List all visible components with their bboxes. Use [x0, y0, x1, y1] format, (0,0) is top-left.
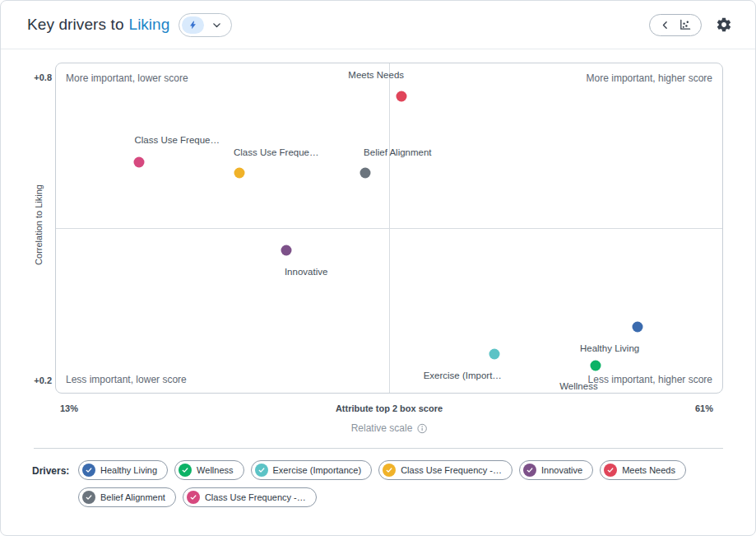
legend-chip-class-use-frequency[interactable]: Class Use Frequency -…	[378, 460, 513, 480]
legend-chip-label: Meets Needs	[622, 465, 675, 475]
quadrant-horizontal-divider	[56, 228, 722, 229]
driver-chips: Healthy LivingWellnessExercise (Importan…	[78, 460, 722, 507]
legend-chip-healthy-living[interactable]: Healthy Living	[78, 460, 168, 480]
header: Key drivers to Liking	[1, 1, 755, 49]
legend-chip-meets-needs[interactable]: Meets Needs	[600, 460, 686, 480]
quadrant-label-bottom-right: Less important, higher score	[588, 374, 712, 385]
y-axis-title: Correlation to Liking	[34, 184, 44, 265]
legend-chip-label: Class Use Frequency -…	[401, 465, 502, 475]
info-icon[interactable]	[416, 423, 427, 434]
metric-name: Liking	[129, 16, 170, 34]
chevron-down-icon	[211, 20, 222, 30]
drivers-legend: Drivers: Healthy LivingWellnessExercise …	[32, 460, 722, 507]
data-point-innovative[interactable]	[281, 245, 292, 255]
check-circle-icon	[82, 464, 95, 477]
check-circle-icon	[255, 464, 268, 477]
data-point-label-healthy-living: Healthy Living	[580, 343, 639, 353]
quadrant-label-top-right: More important, higher score	[587, 72, 712, 84]
x-axis-subtitle-text: Relative scale	[351, 422, 413, 434]
data-point-wellness[interactable]	[591, 360, 601, 371]
data-point-exercise-importance[interactable]	[489, 349, 500, 360]
data-point-label-meets-needs: Meets Needs	[348, 70, 404, 80]
header-toolbar	[649, 14, 732, 36]
legend-chip-label: Class Use Frequency -…	[205, 492, 306, 502]
check-circle-icon	[82, 491, 95, 504]
quadrant-label-top-left: More important, lower score	[66, 72, 188, 84]
legend-chip-innovative[interactable]: Innovative	[519, 460, 593, 480]
x-axis-min-label: 13%	[60, 403, 78, 413]
data-point-class-use-frequency-b[interactable]	[234, 168, 244, 179]
data-point-label-innovative: Innovative	[285, 267, 327, 277]
scatter-chart-icon	[679, 19, 691, 31]
key-drivers-card: Key drivers to Liking	[0, 0, 756, 536]
y-axis-tick-max: +0.8	[24, 72, 52, 82]
settings-gear-icon[interactable]	[716, 16, 732, 33]
legend-chip-belief-alignment[interactable]: Belief Alignment	[78, 487, 176, 507]
page-title: Key drivers to	[27, 16, 124, 34]
check-circle-icon	[187, 491, 200, 504]
legend-chip-label: Innovative	[541, 465, 582, 475]
drivers-label: Drivers:	[32, 465, 72, 477]
legend-chip-exercise-importance[interactable]: Exercise (Importance)	[251, 460, 373, 480]
x-axis-subtitle: Relative scale	[351, 422, 428, 434]
chevron-left-icon	[660, 20, 670, 30]
data-point-label-class-use-frequency-a: Class Use Freque…	[134, 135, 220, 145]
quadrant-label-bottom-left: Less important, lower score	[66, 374, 187, 385]
lightning-bolt-icon	[182, 16, 204, 34]
legend-chip-class-use-frequency[interactable]: Class Use Frequency -…	[183, 487, 317, 507]
title-group: Key drivers to Liking	[27, 13, 232, 37]
y-axis-tick-min: +0.2	[24, 375, 52, 385]
legend-chip-label: Belief Alignment	[100, 492, 165, 502]
check-circle-icon	[383, 464, 396, 477]
data-point-label-belief-alignment: Belief Alignment	[364, 147, 431, 157]
metric-selector-dropdown[interactable]	[179, 13, 232, 37]
plot-area: More important, lower score More importa…	[55, 63, 723, 394]
legend-chip-label: Wellness	[197, 465, 233, 475]
data-point-class-use-frequency-a[interactable]	[134, 157, 145, 168]
check-circle-icon	[523, 464, 536, 477]
legend-divider	[34, 448, 723, 449]
check-circle-icon	[604, 464, 617, 477]
x-axis-title: Attribute top 2 box score	[336, 403, 443, 413]
legend-chip-label: Exercise (Importance)	[273, 465, 362, 475]
data-point-healthy-living[interactable]	[633, 322, 643, 333]
legend-chip-wellness[interactable]: Wellness	[174, 460, 243, 480]
data-point-label-exercise-importance: Exercise (Import…	[424, 371, 502, 380]
legend-chip-label: Healthy Living	[100, 465, 157, 475]
x-axis-max-label: 61%	[695, 403, 713, 413]
data-point-label-wellness: Wellness	[559, 381, 597, 391]
data-point-label-class-use-frequency-b: Class Use Freque…	[234, 147, 319, 157]
chart-type-toggle[interactable]	[649, 14, 702, 36]
check-circle-icon	[179, 464, 192, 477]
data-point-meets-needs[interactable]	[397, 91, 407, 102]
data-point-belief-alignment[interactable]	[360, 168, 371, 179]
chart-region: +0.8 +0.2 Correlation to Liking More imp…	[1, 49, 755, 452]
